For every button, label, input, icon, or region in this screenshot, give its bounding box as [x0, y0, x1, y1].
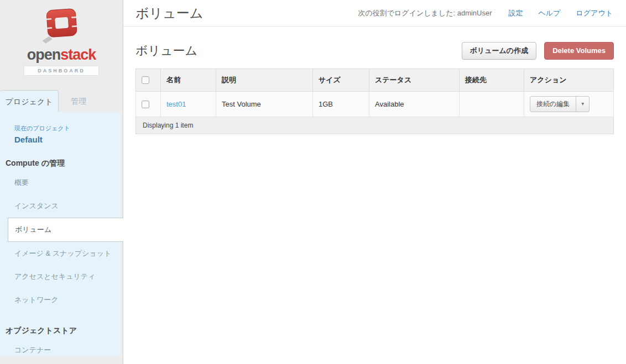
volume-name-cell: test01	[161, 91, 216, 117]
sidebar-tabs: プロジェクト 管理	[0, 90, 123, 112]
table-header-row: 名前 説明 サイズ ステータス 接続先 アクション	[136, 68, 614, 91]
tab-admin[interactable]: 管理	[59, 90, 98, 112]
sidebar: openstack DASHBOARD プロジェクト 管理 現在のプロジェクト …	[0, 0, 123, 364]
select-all-cell	[136, 68, 161, 91]
main-area: ボリューム 次の役割でログインしました: adminUser 設定 ヘルプ ログ…	[123, 0, 626, 364]
current-project-label: 現在のプロジェクト	[14, 124, 121, 133]
table-footer-row: Displaying 1 item	[136, 117, 614, 134]
openstack-cube-icon	[36, 6, 87, 46]
column-header-name: 名前	[161, 68, 216, 91]
sidebar-item-containers[interactable]: コンテナー	[0, 339, 121, 362]
sidebar-item-networks[interactable]: ネットワーク	[0, 288, 121, 312]
login-message: 次の役割でログインしました: adminUser	[358, 8, 492, 18]
brand-stack: stack	[60, 46, 96, 63]
volume-size-cell: 1GB	[313, 91, 369, 117]
sidebar-item-instances[interactable]: インスタンス	[0, 194, 121, 218]
nav-section-compute: Compute の管理	[6, 159, 121, 168]
caret-down-icon: ▾	[581, 101, 584, 107]
volume-status-cell: Available	[369, 91, 460, 117]
volume-name-link[interactable]: test01	[166, 100, 186, 108]
brand-open: open	[27, 46, 61, 63]
page-title: ボリューム	[123, 4, 203, 22]
row-select-cell	[136, 91, 161, 117]
volumes-table: 名前 説明 サイズ ステータス 接続先 アクション test01 Test Vo…	[135, 68, 614, 135]
settings-link[interactable]: 設定	[509, 8, 523, 18]
tab-project[interactable]: プロジェクト	[0, 90, 59, 112]
sidebar-item-images-snapshots[interactable]: イメージ & スナップショット	[0, 242, 121, 265]
column-header-description: 説明	[216, 68, 313, 91]
row-action-split-button: 接続の編集 ▾	[530, 96, 590, 112]
current-project-name: Default	[14, 135, 121, 144]
current-project: 現在のプロジェクト Default	[0, 124, 121, 144]
sidebar-item-access-security[interactable]: アクセスとセキュリティ	[0, 265, 121, 288]
column-header-actions: アクション	[524, 68, 614, 91]
table-actions: ボリュームの作成 Delete Volumes	[462, 42, 614, 60]
volume-actions-cell: 接続の編集 ▾	[524, 91, 614, 117]
column-header-status: ステータス	[369, 68, 460, 91]
delete-volumes-button[interactable]: Delete Volumes	[544, 42, 614, 60]
section-title: ボリューム	[135, 43, 197, 59]
section-head: ボリューム ボリュームの作成 Delete Volumes	[135, 42, 614, 60]
brand-wordmark: openstack	[0, 48, 123, 62]
column-header-size: サイズ	[313, 68, 369, 91]
content: ボリューム ボリュームの作成 Delete Volumes 名前 説明 サイ	[123, 42, 626, 134]
row-select-checkbox[interactable]	[142, 101, 149, 108]
sidebar-nav-panel: 現在のプロジェクト Default Compute の管理 概要 インスタンス …	[0, 112, 121, 356]
table-footer-count: Displaying 1 item	[136, 117, 614, 134]
edit-attachments-button[interactable]: 接続の編集	[530, 96, 576, 112]
topbar: ボリューム 次の役割でログインしました: adminUser 設定 ヘルプ ログ…	[123, 0, 626, 27]
logout-link[interactable]: ログアウト	[576, 8, 613, 18]
column-header-attached-to: 接続先	[460, 68, 524, 91]
topbar-right: 次の役割でログインしました: adminUser 設定 ヘルプ ログアウト	[358, 8, 626, 18]
help-link[interactable]: ヘルプ	[539, 8, 561, 18]
dashboard-label: DASHBOARD	[24, 66, 99, 76]
volume-attached-to-cell	[460, 91, 524, 117]
brand-logo: openstack DASHBOARD	[0, 0, 123, 90]
create-volume-button[interactable]: ボリュームの作成	[462, 42, 537, 60]
table-row: test01 Test Volume 1GB Available 接続の編集 ▾	[136, 91, 614, 117]
volume-description-cell: Test Volume	[216, 91, 313, 117]
sidebar-item-volumes[interactable]: ボリューム	[8, 218, 123, 242]
openstack-dashboard: openstack DASHBOARD プロジェクト 管理 現在のプロジェクト …	[0, 0, 626, 364]
sidebar-item-overview[interactable]: 概要	[0, 171, 121, 194]
select-all-checkbox[interactable]	[142, 76, 149, 84]
row-actions-dropdown-button[interactable]: ▾	[576, 96, 590, 112]
nav-section-object-store: オブジェクトストア	[6, 326, 121, 336]
